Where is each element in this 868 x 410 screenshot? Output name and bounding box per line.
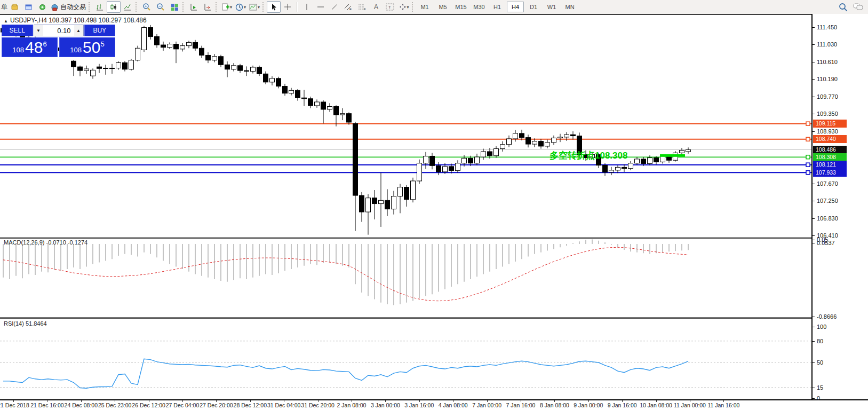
time-label: 10 Jan 08:00 (640, 402, 672, 408)
line-chart-icon[interactable] (121, 1, 134, 13)
axis-label: 107.670 (817, 180, 838, 187)
periods-button[interactable]: ▾ (234, 1, 248, 13)
equidistant-channel-tool[interactable]: E (341, 1, 355, 13)
text-label-icon: T (386, 3, 394, 11)
arrows-tool[interactable]: ▾ (397, 1, 411, 13)
zoom-out-icon[interactable] (154, 1, 168, 13)
time-label: 9 Jan 16:00 (608, 402, 637, 408)
chevron-down-icon: ▾ (407, 5, 409, 10)
chart-title-text: USDJPY-,H4 108.397 108.498 108.297 108.4… (10, 17, 147, 24)
timeframe-W1[interactable]: W1 (543, 2, 560, 12)
price-axis[interactable]: 111.450111.030110.610110.190109.770109.3… (813, 14, 868, 399)
candlestick-chart-icon[interactable] (107, 1, 121, 13)
macd-layer (3, 240, 688, 305)
time-label: 3 Jan 00:00 (371, 402, 400, 408)
time-label: 7 Jan 16:00 (506, 402, 536, 408)
time-label: 27 Dec 04:00 (166, 402, 199, 408)
axis-tick (813, 243, 815, 243)
signal-icon (38, 3, 46, 11)
horizontal-line-icon (317, 4, 324, 10)
cursor-tool[interactable] (267, 1, 281, 13)
bar-chart-icon[interactable] (93, 1, 107, 13)
axis-label: -0.8666 (817, 313, 837, 320)
axis-tick (813, 184, 815, 184)
fibonacci-tool[interactable]: F (355, 1, 369, 13)
search-icon[interactable] (839, 3, 848, 12)
timeframe-M15[interactable]: M15 (452, 2, 469, 12)
time-label: 11 Jan 00:00 (674, 402, 706, 408)
zoom-in-glyph (142, 3, 151, 11)
timeframe-H4[interactable]: H4 (507, 2, 524, 12)
axis-tick (813, 240, 815, 240)
indicators-button[interactable]: ▾ (220, 1, 234, 13)
sell-button[interactable]: SELL (2, 25, 33, 36)
timeframe-D1[interactable]: D1 (525, 2, 542, 12)
time-label: 8 Jan 08:00 (540, 402, 569, 408)
axis-tick (813, 341, 815, 342)
timeframe-MN[interactable]: MN (561, 2, 578, 12)
text-tool[interactable]: A (369, 1, 383, 13)
time-label: 31 Dec 20:00 (301, 402, 334, 408)
template-icon (249, 3, 257, 11)
trendline-tool[interactable] (328, 1, 341, 13)
svg-text:E: E (349, 7, 352, 11)
axis-tick (813, 114, 815, 114)
svg-text:F: F (364, 7, 366, 11)
time-label: 21 Dec 16:00 (30, 402, 63, 408)
time-label: 27 Dec 20:00 (200, 402, 233, 408)
chevron-down-icon: ▾ (258, 5, 260, 10)
chart-title: ▲USDJPY-,H4 108.397 108.498 108.297 108.… (4, 17, 147, 24)
axis-tick (813, 317, 815, 317)
buy-button[interactable]: BUY (84, 25, 116, 36)
price-tag: 107.933 (813, 169, 847, 177)
price-tag: 108.121 (813, 161, 847, 169)
crosshair-icon (284, 3, 291, 11)
auto-scroll-icon[interactable] (187, 1, 201, 13)
alerts-icon[interactable] (35, 1, 49, 13)
channel-icon: E (344, 3, 353, 11)
timeframe-M5[interactable]: M5 (434, 2, 451, 12)
sell-price-sup: 6 (43, 40, 46, 48)
vertical-line-tool[interactable] (300, 1, 314, 13)
profile-icon[interactable] (7, 1, 21, 13)
buy-price-button[interactable]: 108 50 5 (59, 37, 115, 57)
autotrading-button[interactable]: 自动交易 (49, 1, 87, 13)
axis-label: 110.610 (817, 58, 838, 66)
timeframe-M30[interactable]: M30 (471, 2, 488, 12)
signal-objects-layer: 多空转折点108.308 (550, 122, 810, 175)
horizontal-line-tool[interactable] (314, 1, 328, 13)
chat-icon[interactable] (853, 3, 864, 11)
rsi-layer (0, 341, 811, 388)
trendline-icon (331, 3, 338, 11)
chart-canvas[interactable]: 多空转折点108.308 (0, 14, 811, 400)
volume-decrease-button[interactable]: ▼ (34, 25, 43, 36)
templates-button[interactable]: ▾ (248, 1, 261, 13)
time-label: 28 Dec 12:00 (234, 402, 267, 408)
collapse-panel-arrow[interactable]: ▲ (4, 19, 8, 23)
timeframe-H1[interactable]: H1 (489, 2, 506, 12)
sell-price-button[interactable]: 108 48 6 (2, 37, 58, 57)
sell-price-big: 48 (25, 40, 43, 56)
text-label-tool[interactable]: T (383, 1, 397, 13)
tile-windows-icon[interactable] (168, 1, 181, 13)
pane-separator[interactable] (0, 237, 868, 238)
time-axis[interactable]: 21 Dec 201821 Dec 16:0024 Dec 08:0025 De… (0, 400, 868, 410)
crosshair-tool[interactable] (281, 1, 294, 13)
buy-price-prefix: 108 (70, 46, 82, 54)
axis-tick (813, 27, 815, 28)
timeframe-M1[interactable]: M1 (416, 2, 433, 12)
axis-label: 111.450 (817, 23, 837, 31)
volume-input[interactable] (43, 25, 74, 36)
price-tag: 108.486 (813, 146, 847, 154)
chart-shift-icon[interactable] (201, 1, 214, 13)
new-order-button[interactable]: 单 (1, 3, 7, 12)
navigator-icon[interactable] (21, 1, 35, 13)
zoom-in-icon[interactable] (140, 1, 154, 13)
pane-separator[interactable] (0, 317, 868, 318)
axis-label: 15 (817, 384, 823, 391)
axis-tick (813, 235, 815, 236)
buy-price-big: 50 (83, 40, 100, 56)
tile-windows-glyph (171, 3, 179, 11)
hline-layer (0, 124, 811, 173)
volume-increase-button[interactable]: ▲ (74, 25, 83, 36)
